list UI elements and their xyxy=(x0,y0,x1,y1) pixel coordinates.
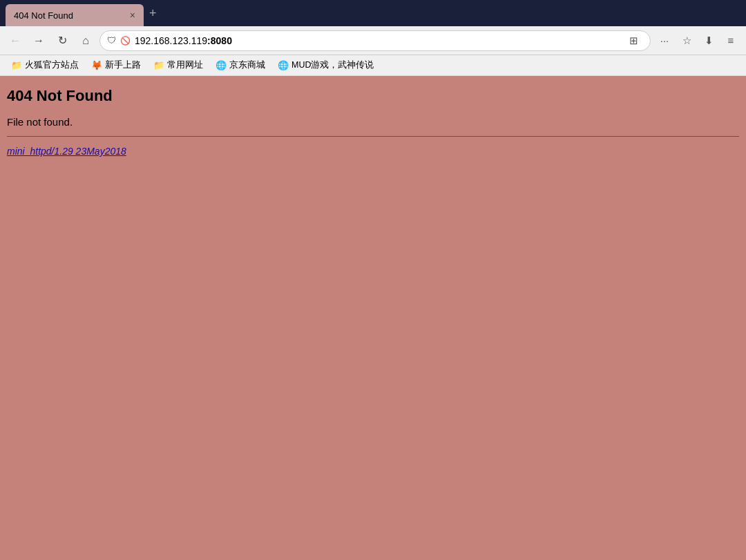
more-icon: ··· xyxy=(660,35,669,46)
bookmark-icon-0: 📁 xyxy=(11,60,22,70)
navbar: ← → ↻ ⌂ 🛡 🚫 192.168.123.119:8080 ⊞ ··· ☆… xyxy=(0,26,746,55)
bookmark-item-0[interactable]: 📁 火狐官方站点 xyxy=(6,57,84,73)
forward-icon: → xyxy=(33,35,44,47)
home-button[interactable]: ⌂ xyxy=(76,31,95,50)
refresh-icon: ↻ xyxy=(58,34,67,47)
home-icon: ⌂ xyxy=(82,35,89,47)
page-subtitle: File not found. xyxy=(7,116,739,128)
server-link[interactable]: mini_httpd/1.29 23May2018 xyxy=(7,146,126,157)
page-title: 404 Not Found xyxy=(7,87,739,105)
bookmark-item-2[interactable]: 📁 常用网址 xyxy=(148,57,209,73)
page-divider xyxy=(7,136,739,137)
menu-icon: ≡ xyxy=(728,35,734,46)
bookmark-icon-4: 🌐 xyxy=(278,60,289,70)
bookmark-label-0: 火狐官方站点 xyxy=(25,59,79,71)
tab-title: 404 Not Found xyxy=(14,10,73,21)
menu-button[interactable]: ≡ xyxy=(721,31,740,50)
nav-right-icons: ··· ☆ ⬇ ≡ xyxy=(655,31,740,50)
titlebar: 404 Not Found × + xyxy=(0,0,746,26)
bookmark-star-button[interactable]: ☆ xyxy=(677,31,696,50)
back-icon: ← xyxy=(10,35,21,47)
security-icon: 🛡 xyxy=(107,35,116,46)
bookmark-label-2: 常用网址 xyxy=(167,59,203,71)
address-bar[interactable]: 🛡 🚫 192.168.123.119:8080 ⊞ xyxy=(99,30,651,51)
star-icon: ☆ xyxy=(682,35,691,47)
qr-code-button[interactable]: ⊞ xyxy=(624,31,643,50)
url-host: 192.168.123.119 xyxy=(135,35,207,46)
url-port: :8080 xyxy=(207,35,232,46)
download-button[interactable]: ⬇ xyxy=(699,31,718,50)
refresh-button[interactable]: ↻ xyxy=(52,31,72,50)
bookmark-item-1[interactable]: 🦊 新手上路 xyxy=(86,57,146,73)
bookmark-icon-1: 🦊 xyxy=(91,60,102,70)
active-tab[interactable]: 404 Not Found × xyxy=(6,4,144,26)
bookmark-label-3: 京东商城 xyxy=(229,59,265,71)
bookmark-label-1: 新手上路 xyxy=(105,59,141,71)
url-text: 192.168.123.119:8080 xyxy=(135,35,620,46)
forward-button[interactable]: → xyxy=(29,31,48,50)
more-button[interactable]: ··· xyxy=(655,31,674,50)
new-tab-button[interactable]: + xyxy=(149,6,157,21)
bookmarks-bar: 📁 火狐官方站点 🦊 新手上路 📁 常用网址 🌐 京东商城 🌐 MUD游戏，武神… xyxy=(0,55,746,76)
bookmark-item-3[interactable]: 🌐 京东商城 xyxy=(210,57,271,73)
tracking-icon: 🚫 xyxy=(120,36,131,46)
bookmark-icon-2: 📁 xyxy=(153,60,164,70)
download-icon: ⬇ xyxy=(705,35,714,47)
bookmark-icon-3: 🌐 xyxy=(216,60,227,70)
tab-close-button[interactable]: × xyxy=(130,10,135,21)
bookmark-item-4[interactable]: 🌐 MUD游戏，武神传说 xyxy=(272,57,379,73)
back-button[interactable]: ← xyxy=(6,31,25,50)
qr-icon: ⊞ xyxy=(629,35,638,47)
page-content: 404 Not Found File not found. mini_httpd… xyxy=(0,76,746,560)
bookmark-label-4: MUD游戏，武神传说 xyxy=(291,59,374,71)
